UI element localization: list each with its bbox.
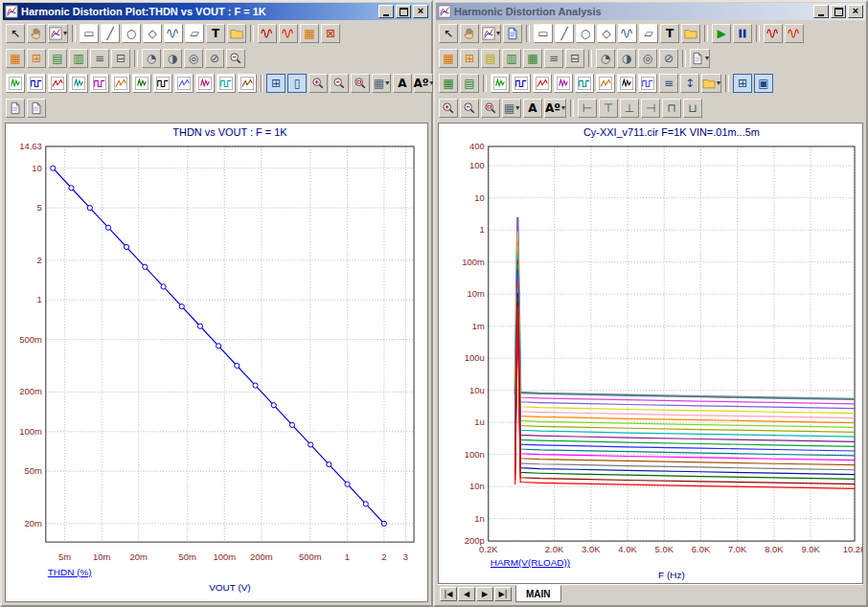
copy-page-icon-dropdown[interactable]: ▾ <box>705 55 709 62</box>
rect-shape-icon[interactable]: ▭ <box>80 24 99 43</box>
wave-preset-5-icon[interactable] <box>575 74 594 93</box>
ellipse-shape-icon[interactable]: ○ <box>576 24 595 43</box>
right-titlebar[interactable]: Harmonic Distortion Analysis × <box>436 3 865 20</box>
add-folder-icon[interactable]: ▾ <box>701 74 721 93</box>
updown-icon[interactable]: ↕ <box>680 74 699 93</box>
line-shape-icon[interactable]: ╱ <box>101 24 120 43</box>
grid-a-icon[interactable]: ▦ <box>439 74 458 93</box>
polygon-shape-icon[interactable]: ▱ <box>185 24 204 43</box>
pager-icon-dropdown[interactable]: ▾ <box>385 79 389 87</box>
zoom-in-icon[interactable] <box>439 99 458 118</box>
grid-orange1-icon[interactable]: ▦ <box>439 49 458 68</box>
zoom-out-icon[interactable] <box>460 99 479 118</box>
pager-icon[interactable]: ▦▾ <box>502 99 521 118</box>
minimize-button[interactable] <box>813 5 829 18</box>
sine-shape-icon[interactable] <box>618 24 637 43</box>
close-button[interactable]: × <box>848 5 863 18</box>
plot-type-icon-dropdown[interactable]: ▾ <box>496 30 500 37</box>
diamond-shape-icon[interactable]: ◇ <box>597 24 616 43</box>
delete-plot-icon[interactable]: ⊠ <box>321 24 340 43</box>
scale-quarter-icon[interactable]: ◔ <box>142 49 161 68</box>
preset-plot-5-icon[interactable] <box>90 74 109 93</box>
split-plot-icon[interactable]: ⊟ <box>111 49 130 68</box>
cursor-box-icon[interactable]: ▣ <box>754 74 773 93</box>
zoom-in-icon[interactable] <box>308 74 328 93</box>
text-tool-icon[interactable]: T <box>660 24 679 43</box>
select-mode-icon[interactable]: ↖ <box>439 24 458 43</box>
grid-rows-icon[interactable]: ▤ <box>48 49 67 68</box>
left-titlebar[interactable]: Harmonic Distortion Plot:THDN vs VOUT : … <box>3 3 430 20</box>
pan-mode-icon[interactable] <box>27 24 46 43</box>
rect-shape-icon[interactable]: ▭ <box>534 24 553 43</box>
scale-off-icon[interactable]: ⊘ <box>659 49 678 68</box>
font-icon[interactable]: A <box>393 74 412 93</box>
scale-quarter-icon[interactable]: ◔ <box>596 49 615 68</box>
page-next-icon[interactable] <box>27 99 46 118</box>
plot-type-icon[interactable]: ▾ <box>481 24 501 43</box>
zoom-window-icon[interactable] <box>351 74 370 93</box>
plot-type-icon[interactable]: ▾ <box>48 24 68 43</box>
close-button[interactable]: × <box>413 5 428 18</box>
font-size-icon[interactable]: Aº▾ <box>414 74 433 93</box>
grid-orange2-icon[interactable]: ⊞ <box>460 49 479 68</box>
align-left-icon[interactable]: ⊢ <box>578 99 597 118</box>
select-mode-icon[interactable]: ↖ <box>6 24 25 43</box>
preset-plot-7-icon[interactable] <box>132 74 151 93</box>
preset-plot-1-icon[interactable] <box>6 74 25 93</box>
distortion-plot-icon[interactable] <box>764 24 783 43</box>
first-page-button[interactable]: |◀ <box>440 587 457 601</box>
sine-shape-icon[interactable] <box>164 24 183 43</box>
tab-main[interactable]: MAIN <box>515 585 561 602</box>
distribute-v-icon[interactable]: ⊔ <box>683 99 702 118</box>
grid-props-icon[interactable]: ▦ <box>6 49 25 68</box>
wave-preset-3-icon[interactable] <box>533 74 552 93</box>
distortion-small-icon[interactable] <box>279 24 298 43</box>
align-top-icon[interactable]: ⊤ <box>599 99 618 118</box>
zoom-window-icon[interactable] <box>481 99 500 118</box>
font-icon[interactable]: A <box>523 99 542 118</box>
distortion-small-icon[interactable] <box>785 24 804 43</box>
left-chart-panel[interactable]: 5m10m20m50m100m200m500m12314.6310521500m… <box>5 123 428 602</box>
preset-plot-11-icon[interactable] <box>217 74 236 93</box>
grid-cols-icon[interactable]: ▥ <box>69 49 88 68</box>
wave-preset-8-icon[interactable] <box>638 74 657 93</box>
grid-yellow-icon[interactable]: ▤ <box>481 49 500 68</box>
grid-orange-icon[interactable]: ▦ <box>300 24 319 43</box>
right-chart-panel[interactable]: 0.2K2.0K3.0K4.0K5.0K6.0K7.0K8.0K9.0K10.2… <box>438 123 863 584</box>
scale-auto-icon[interactable]: ◎ <box>638 49 657 68</box>
last-page-button[interactable]: ▶| <box>494 587 512 601</box>
text-tool-icon[interactable]: T <box>206 24 225 43</box>
diamond-shape-icon[interactable]: ◇ <box>143 24 162 43</box>
file-open-icon[interactable] <box>681 24 700 43</box>
pan-mode-icon[interactable] <box>460 24 479 43</box>
file-open-icon[interactable] <box>227 24 246 43</box>
grid-b-icon[interactable]: ▤ <box>460 74 479 93</box>
zoom-minus-small-icon[interactable] <box>226 49 245 68</box>
preset-plot-6-icon[interactable] <box>111 74 130 93</box>
split-plot-icon[interactable]: ⊟ <box>565 49 584 68</box>
preset-plot-10-icon[interactable] <box>195 74 215 93</box>
cursor-box-icon[interactable]: ▯ <box>287 74 307 93</box>
pager-icon-dropdown[interactable]: ▾ <box>515 104 519 112</box>
font-size-icon[interactable]: Aº▾ <box>544 99 566 118</box>
minimize-button[interactable] <box>378 5 394 18</box>
new-doc-icon[interactable] <box>503 24 522 43</box>
pager-icon[interactable]: ▦▾ <box>372 74 391 93</box>
wave-preset-7-icon[interactable] <box>617 74 636 93</box>
add-folder-icon-dropdown[interactable]: ▾ <box>717 79 720 87</box>
distortion-plot-icon[interactable] <box>258 24 277 43</box>
harmonic-analysis-chart[interactable]: 0.2K2.0K3.0K4.0K5.0K6.0K7.0K8.0K9.0K10.2… <box>439 124 862 583</box>
preset-plot-12-icon[interactable] <box>238 74 257 93</box>
preset-plot-8-icon[interactable] <box>153 74 172 93</box>
polygon-shape-icon[interactable]: ▱ <box>639 24 658 43</box>
grid-green2-icon[interactable]: ▦ <box>523 49 542 68</box>
stack-plots-icon[interactable]: ≡ <box>659 74 678 93</box>
prev-page-button[interactable]: ◀ <box>458 587 475 601</box>
copy-page-icon[interactable]: ▾ <box>690 49 710 68</box>
scale-auto-icon[interactable]: ◎ <box>184 49 203 68</box>
wave-preset-6-icon[interactable] <box>596 74 615 93</box>
scale-off-icon[interactable]: ⊘ <box>205 49 224 68</box>
add-grid-icon[interactable]: ⊞ <box>27 49 46 68</box>
preset-plot-3-icon[interactable] <box>48 74 67 93</box>
font-size-icon-dropdown[interactable]: ▾ <box>561 104 565 112</box>
